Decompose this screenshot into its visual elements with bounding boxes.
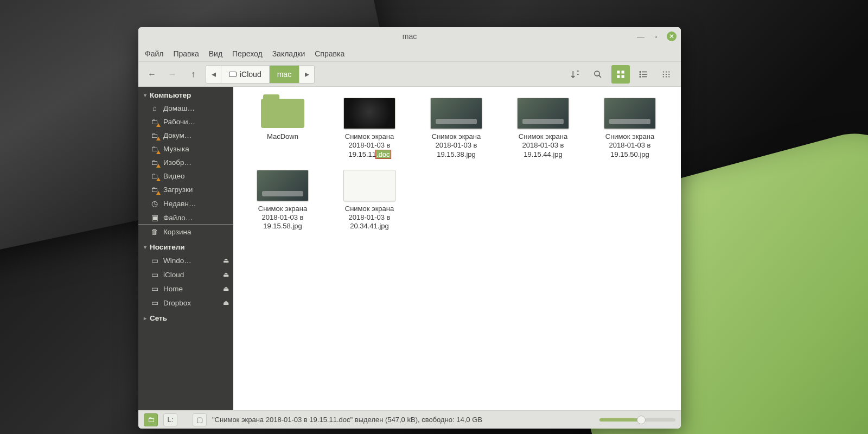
home-icon: ⌂ (150, 104, 159, 112)
drive-icon: ▭ (150, 256, 159, 265)
menu-view[interactable]: Вид (209, 49, 222, 58)
sidebar-item-trash[interactable]: 🗑Корзина (138, 225, 233, 239)
svg-point-0 (595, 71, 599, 76)
file-name: Снимок экрана2018-01-03 в20.34.41.jpg (345, 205, 394, 231)
menu-bookmarks[interactable]: Закладки (272, 49, 305, 58)
sidebar-item-home-drive[interactable]: ▭Home⏏ (138, 282, 233, 296)
sidebar-section-computer[interactable]: ▾ Компьютер (138, 87, 233, 101)
sidebar-item-documents[interactable]: 🗀Докум… (138, 129, 233, 142)
image-thumbnail (604, 98, 656, 129)
toolbar: ← → ↑ ◂ iCloud mac ▸ (138, 62, 681, 87)
sidebar-item-filesystem[interactable]: ▣Файло… (138, 210, 233, 225)
file-item[interactable]: Снимок экрана2018-01-03 в19.15.58.jpg (242, 170, 323, 231)
svg-point-12 (663, 71, 664, 72)
sidebar-item-videos[interactable]: 🗀Видео (138, 169, 233, 183)
svg-point-14 (668, 71, 669, 72)
search-button[interactable] (589, 65, 607, 84)
trash-icon: 🗑 (150, 228, 159, 236)
up-button[interactable]: ↑ (185, 66, 201, 82)
sidebar-item-home[interactable]: ⌂Домаш… (138, 101, 233, 115)
menu-go[interactable]: Переход (232, 49, 263, 58)
sidebar-item-music[interactable]: 🗀Музыка (138, 142, 233, 156)
sidebar-item-dropbox[interactable]: ▭Dropbox⏏ (138, 296, 233, 310)
window-title: mac (138, 32, 681, 41)
icon-grid: MacDown Снимок экрана2018-01-03 в19.15.1… (233, 87, 681, 242)
disk-icon: ▣ (150, 213, 159, 222)
svg-point-20 (668, 76, 669, 77)
svg-rect-3 (622, 71, 624, 73)
sidebar-item-pictures[interactable]: 🗀Изобр… (138, 156, 233, 169)
show-tree-button[interactable]: L: (163, 413, 177, 426)
folder-icon (261, 99, 304, 128)
svg-point-10 (640, 74, 641, 75)
svg-point-19 (666, 76, 667, 77)
folder-icon: 🗀 (150, 131, 159, 139)
eject-icon[interactable]: ⏏ (223, 257, 229, 264)
file-item[interactable]: Снимок экрана2018-01-03 в19.15.11.doc (329, 98, 410, 159)
sidebar-section-devices[interactable]: ▾ Носители (138, 239, 233, 253)
maximize-button[interactable]: ▫ (652, 32, 660, 41)
sidebar-item-recent[interactable]: ◷Недавн… (138, 196, 233, 210)
svg-point-9 (640, 71, 641, 72)
titlebar[interactable]: mac — ▫ ✕ (138, 27, 681, 46)
file-item[interactable]: Снимок экрана2018-01-03 в20.34.41.jpg (329, 170, 410, 231)
zoom-handle[interactable] (637, 416, 646, 424)
path-prev-button[interactable]: ◂ (206, 66, 221, 83)
folder-icon: 🗀 (150, 158, 159, 167)
view-icons-button[interactable] (611, 65, 630, 84)
clock-icon: ◷ (150, 199, 159, 208)
svg-rect-4 (617, 75, 620, 78)
breadcrumb-icloud[interactable]: iCloud (221, 66, 269, 83)
open-terminal-button[interactable]: 🗀 (144, 413, 158, 426)
drive-icon: ▭ (150, 270, 159, 279)
menubar: Файл Правка Вид Переход Закладки Справка (138, 46, 681, 62)
sidebar-item-windows[interactable]: ▭Windo…⏏ (138, 253, 233, 267)
folder-icon: 🗀 (150, 145, 159, 153)
close-button[interactable]: ✕ (667, 31, 676, 41)
toggle-path-entry-button[interactable] (566, 65, 584, 84)
toggle-sidepane-button[interactable]: ▢ (193, 413, 207, 426)
sidebar-item-icloud[interactable]: ▭iCloud⏏ (138, 267, 233, 282)
breadcrumb-mac[interactable]: mac (269, 66, 299, 83)
folder-icon: 🗀 (150, 118, 159, 126)
folder-icon: 🗀 (150, 172, 159, 180)
eject-icon[interactable]: ⏏ (223, 299, 229, 307)
back-button[interactable]: ← (144, 66, 160, 82)
chevron-down-icon: ▾ (144, 92, 146, 98)
sidebar-item-desktop[interactable]: 🗀Рабочи… (138, 115, 233, 129)
sidebar: ▾ Компьютер ⌂Домаш… 🗀Рабочи… 🗀Докум… 🗀Му… (138, 87, 233, 410)
file-area[interactable]: MacDown Снимок экрана2018-01-03 в19.15.1… (233, 87, 681, 410)
status-text: "Снимок экрана 2018-01-03 в 19.15.11.doc… (212, 416, 594, 424)
sidebar-section-network[interactable]: ▸ Сеть (138, 310, 233, 324)
zoom-slider[interactable] (599, 418, 675, 422)
path-next-button[interactable]: ▸ (299, 66, 314, 83)
image-thumbnail (430, 98, 482, 129)
file-name-editing[interactable]: Снимок экрана2018-01-03 в19.15.11.doc (345, 132, 394, 159)
menu-help[interactable]: Справка (315, 49, 344, 58)
forward-button[interactable]: → (164, 66, 181, 82)
view-compact-button[interactable] (657, 65, 675, 84)
chevron-right-icon: ▸ (144, 315, 146, 321)
menu-edit[interactable]: Правка (173, 49, 199, 58)
file-item[interactable]: Снимок экрана2018-01-03 в19.15.50.jpg (589, 98, 671, 159)
file-item[interactable]: Снимок экрана2018-01-03 в19.15.44.jpg (502, 98, 584, 159)
image-thumbnail (343, 170, 395, 201)
image-thumbnail (517, 98, 569, 129)
eject-icon[interactable]: ⏏ (223, 271, 229, 278)
eject-icon[interactable]: ⏏ (223, 285, 229, 292)
file-name: Снимок экрана2018-01-03 в19.15.50.jpg (605, 132, 655, 159)
minimize-button[interactable]: — (636, 32, 645, 41)
file-item[interactable]: MacDown (242, 98, 323, 159)
svg-rect-5 (622, 75, 624, 78)
view-list-button[interactable] (634, 65, 653, 84)
chevron-down-icon: ▾ (144, 244, 146, 250)
breadcrumb-label: iCloud (240, 70, 261, 79)
statusbar: 🗀 L: ▢ "Снимок экрана 2018-01-03 в 19.15… (138, 410, 681, 429)
svg-point-13 (666, 71, 667, 72)
file-item[interactable]: Снимок экрана2018-01-03 в19.15.38.jpg (416, 98, 497, 159)
svg-point-11 (640, 76, 641, 77)
sidebar-item-downloads[interactable]: 🗀Загрузки (138, 183, 233, 196)
file-name: Снимок экрана2018-01-03 в19.15.38.jpg (432, 132, 481, 159)
menu-file[interactable]: Файл (145, 49, 163, 58)
file-name: MacDown (267, 132, 298, 141)
